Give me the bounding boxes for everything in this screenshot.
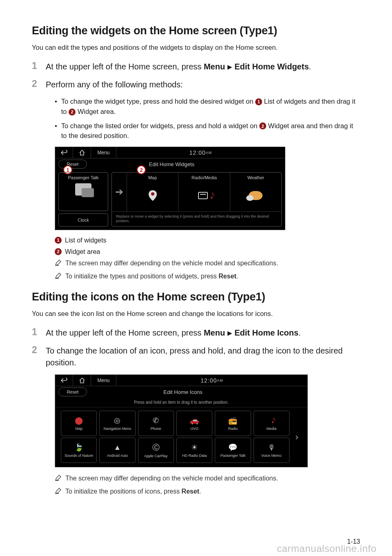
legend-label: Widget area <box>65 248 100 256</box>
t: At the upper left of the Home screen, pr… <box>46 328 204 337</box>
screen-title: Edit Home Widgets <box>87 161 285 167</box>
label: Weather <box>247 175 264 180</box>
chevron-right-icon[interactable]: › <box>291 432 303 443</box>
step-number: 1 <box>32 60 41 73</box>
ss-topbar: Menu 12:00 AM <box>55 375 307 386</box>
section2-heading: Editing the icons on the Home screen (Ty… <box>32 291 360 303</box>
label: Passenger Talk <box>68 175 98 180</box>
step-text: Perform any of the following methods: <box>46 78 360 91</box>
hint-text: Press and hold an item to drag it to ano… <box>55 398 307 407</box>
label: Map <box>148 175 157 180</box>
icon-grid: ⬤Map ◎Navigation Menu ✆Phone 🚗UVO 📻Radio… <box>55 407 291 467</box>
icon-uvo[interactable]: 🚗UVO <box>176 411 212 436</box>
t: 12:00 <box>189 149 206 156</box>
icon-map[interactable]: ⬤Map <box>61 411 97 436</box>
icon-media[interactable]: 𝅘𝅥𝅮Media <box>254 411 290 436</box>
screenshot-edit-home-icons: Menu 12:00 AM Reset Edit Home Icons Pres… <box>55 374 308 467</box>
widget-weather[interactable]: Weather <box>230 173 281 211</box>
pencil-icon <box>55 273 61 279</box>
icon-sounds-of-nature[interactable]: 🍃Sounds of Nature <box>61 438 97 463</box>
arrow-icon: ▶ <box>227 329 232 338</box>
t: To change the widget type, press and hol… <box>61 98 255 105</box>
bullet-dot: • <box>55 96 57 117</box>
note: The screen may differ depending on the v… <box>55 475 360 482</box>
icon-radio[interactable]: 📻Radio <box>215 411 251 436</box>
label: Android Auto <box>107 454 128 458</box>
menu-bold: Menu <box>204 328 225 337</box>
widget-radio-media[interactable]: Radio/Media 𝅘𝅥𝅮 <box>178 173 229 211</box>
icon-voice-memo[interactable]: 🎙Voice Memo <box>254 438 290 463</box>
clock-display: 12:00 AM <box>116 377 307 384</box>
bullet-text: To change the widget type, press and hol… <box>61 96 360 117</box>
sub-bullets: • To change the widget type, press and h… <box>55 96 360 141</box>
pencil-icon <box>55 475 61 481</box>
section2-intro: You can see the icon list on the Home sc… <box>32 310 360 318</box>
car-icon: 🚗 <box>190 416 199 425</box>
section1-heading: Editing the widgets on the Home screen (… <box>32 24 360 37</box>
label: Map <box>75 427 82 431</box>
menu-bold: Menu <box>204 62 225 71</box>
callout-2-icon: 2 <box>259 122 266 129</box>
label: Apple CarPlay <box>144 454 168 458</box>
menu-button[interactable]: Menu <box>91 147 116 158</box>
label: Navigation Menu <box>104 427 131 431</box>
edit-home-widgets-bold: Edit Home Widgets <box>234 62 309 71</box>
clock-display: 12:00 AM <box>116 149 285 156</box>
icon-passenger-talk[interactable]: 💬Passenger Talk <box>215 438 251 463</box>
note-text: To initialize the types and positions of… <box>65 273 238 280</box>
reset-bold: Reset <box>182 488 200 495</box>
t: . <box>236 273 238 280</box>
map-pin-icon <box>148 187 157 204</box>
label: Radio/Media <box>192 175 217 180</box>
watermark: carmanualsonline.info <box>277 543 376 554</box>
step-text: To change the location of an icon, press… <box>46 345 360 369</box>
icon-phone[interactable]: ✆Phone <box>138 411 174 436</box>
callout-2-icon: 2 <box>69 109 76 116</box>
label: Radio <box>228 427 238 431</box>
hint-text: Replace or move a widget by selecting it… <box>112 211 281 226</box>
note: To initialize the positions of icons, pr… <box>55 488 360 495</box>
mic-icon: 🎙 <box>268 443 275 452</box>
compass-icon: ◎ <box>114 416 120 425</box>
screen-title: Edit Home Icons <box>87 389 307 395</box>
t: To initialize the positions of icons, pr… <box>65 488 182 495</box>
icon-android-auto[interactable]: ▲Android Auto <box>99 438 135 463</box>
reset-button[interactable]: Reset <box>58 387 87 396</box>
bullet-dot: • <box>55 121 57 141</box>
back-icon[interactable] <box>55 375 73 386</box>
icon-navigation-menu[interactable]: ◎Navigation Menu <box>99 411 135 436</box>
label: Passenger Talk <box>220 454 245 458</box>
widget-passenger-talk[interactable]: Passenger Talk <box>58 172 108 211</box>
t: . <box>309 62 311 71</box>
step-text: At the upper left of the Home screen, pr… <box>46 60 360 73</box>
reset-button[interactable]: Reset <box>58 160 87 169</box>
menu-button[interactable]: Menu <box>91 375 116 386</box>
section1-intro: You can edit the types and positions of … <box>32 44 360 51</box>
talk-icon: 💬 <box>228 443 237 452</box>
back-icon[interactable] <box>55 147 73 158</box>
note: To initialize the types and positions of… <box>55 273 360 280</box>
carplay-icon: Ⓒ <box>152 443 160 452</box>
home-icon[interactable] <box>73 375 91 386</box>
t: To initialize the types and positions of… <box>65 273 218 280</box>
leaf-icon: 🍃 <box>74 443 83 452</box>
label: Sounds of Nature <box>65 454 93 458</box>
home-icon[interactable] <box>73 147 91 158</box>
bullet-text: To change the listed order for widgets, … <box>61 121 360 141</box>
icon-hd-radio-data[interactable]: ☀HD Radio Data <box>176 438 212 463</box>
t: AM <box>217 378 223 383</box>
ss-subbar: Reset Edit Home Widgets <box>55 158 285 170</box>
icon-apple-carplay[interactable]: ⒸApple CarPlay <box>138 438 174 463</box>
talk-icon <box>75 183 91 196</box>
note: The screen may differ depending on the v… <box>55 260 360 267</box>
widget-clock[interactable]: Clock <box>58 214 108 227</box>
legend-item: 1 List of widgets <box>55 237 360 244</box>
weather-icon <box>249 187 263 204</box>
map-pin-icon: ⬤ <box>75 416 83 425</box>
ss-subbar: Reset Edit Home Icons <box>55 386 307 398</box>
t: At the upper left of the Home screen, pr… <box>46 62 204 71</box>
radio-icon <box>198 192 208 199</box>
legend-label: List of widgets <box>65 237 106 244</box>
label: Phone <box>151 427 161 431</box>
widget-map[interactable]: Map <box>127 173 178 211</box>
